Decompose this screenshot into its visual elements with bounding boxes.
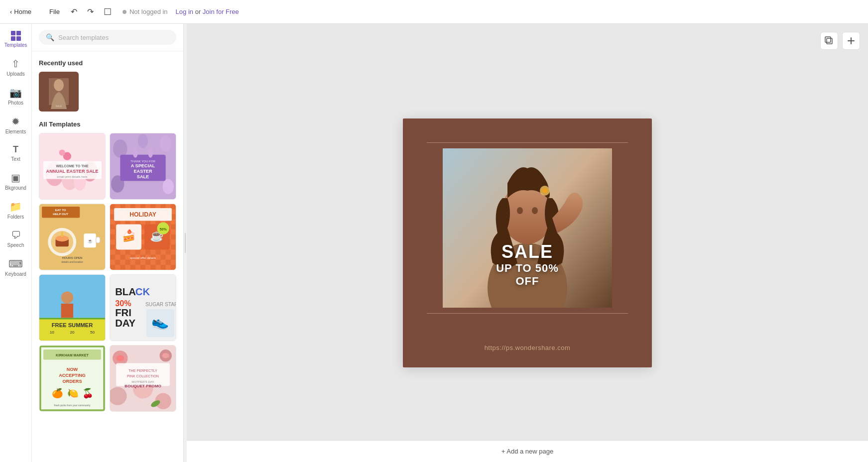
template-card-summer[interactable]: FREE SUMMER 10 20 50 <box>39 274 106 341</box>
template-card-mothers[interactable]: THE PERFECTLY PINK COLLECTION MOTHER'S D… <box>110 345 176 412</box>
svg-text:EAT TO: EAT TO <box>55 208 66 212</box>
sidebar-item-uploads[interactable]: ⇧ Uploads <box>0 53 31 82</box>
sidebar-item-templates[interactable]: Templates <box>0 26 31 53</box>
canvas-card: 2021 Spring Clothes 2021 Spring Clothes <box>403 118 652 367</box>
recent-thumb[interactable]: SALE <box>39 72 79 112</box>
svg-point-59 <box>61 292 73 304</box>
chevron-left-icon: ‹ <box>10 8 12 15</box>
templates-rail-label: Templates <box>4 42 27 48</box>
sidebar-item-bkground[interactable]: ▣ Bkground <box>0 167 31 196</box>
or-label: or <box>195 8 201 15</box>
template-card-eatout[interactable]: EAT TO HELP OUT ☕ HOU <box>39 204 106 270</box>
clipboard-button[interactable]: ☐ <box>101 4 115 19</box>
sidebar-item-keyboard[interactable]: ⌨ Keyboard <box>0 253 31 282</box>
recently-used-section: Recently used SALE <box>39 59 176 112</box>
deco-line-bottom <box>427 313 628 314</box>
svg-text:🍊: 🍊 <box>52 388 63 399</box>
text-rail-label: Text <box>11 156 20 162</box>
template-thumb-market: KIRKHAM MARKET NOW ACCEPTING ORDERS 🍊 🍋 … <box>39 346 105 411</box>
redo-button[interactable]: ↷ <box>84 5 97 18</box>
svg-point-108 <box>517 207 523 214</box>
svg-text:20: 20 <box>70 330 75 335</box>
add-page-label: + Add a new page <box>501 448 553 455</box>
template-card-easter1[interactable]: WELCOME TO THE ANNUAL EASTER SALE small … <box>39 133 106 200</box>
template-thumb-mothers: THE PERFECTLY PINK COLLECTION MOTHER'S D… <box>110 346 176 411</box>
svg-text:HOLIDAY: HOLIDAY <box>129 211 156 218</box>
svg-rect-101 <box>825 37 831 42</box>
svg-text:THANK YOU FOR: THANK YOU FOR <box>130 159 155 163</box>
login-link[interactable]: Log in <box>176 8 193 15</box>
file-menu[interactable]: File <box>45 6 64 17</box>
sidebar-item-speech[interactable]: 🗩 Speech <box>0 225 31 253</box>
search-input-wrap[interactable]: 🔍 <box>39 30 176 45</box>
duplicate-page-button[interactable] <box>820 32 838 50</box>
svg-rect-37 <box>61 232 63 237</box>
keyboard-icon: ⌨ <box>8 258 23 270</box>
svg-text:HOURS OPEN: HOURS OPEN <box>62 256 83 259</box>
photo-icon: 📷 <box>9 87 22 99</box>
svg-text:SUGAR STAR: SUGAR STAR <box>145 302 176 307</box>
template-card-holiday[interactable]: HOLIDAY 🍰 ☕ 50% special offer details <box>110 204 176 270</box>
add-page-button[interactable] <box>842 32 860 50</box>
svg-text:special offer details: special offer details <box>130 256 156 259</box>
svg-text:details and location: details and location <box>61 260 83 263</box>
svg-text:30%: 30% <box>115 299 131 308</box>
main-layout: Templates ⇧ Uploads 📷 Photos ✹ Elements … <box>0 24 868 462</box>
svg-text:FRI: FRI <box>115 307 131 318</box>
add-page-bar[interactable]: + Add a new page <box>187 440 868 462</box>
sidebar-item-photos[interactable]: 📷 Photos <box>0 82 31 111</box>
templates-panel: 🔍 Recently used <box>32 24 184 462</box>
template-thumb-blackfriday: BLA CK 30% SUGAR STAR FRI DAY 👟 <box>110 275 176 341</box>
folders-rail-label: Folders <box>7 214 24 220</box>
svg-text:EASTER: EASTER <box>133 169 152 174</box>
join-link[interactable]: Join for Free <box>203 8 239 15</box>
deco-line-top <box>427 142 628 143</box>
svg-text:ACCEPTING: ACCEPTING <box>59 373 86 378</box>
template-card-blackfriday[interactable]: BLA CK 30% SUGAR STAR FRI DAY 👟 <box>110 274 176 341</box>
sidebar-item-text[interactable]: T Text <box>0 139 31 167</box>
svg-point-21 <box>138 134 148 148</box>
svg-text:KIRKHAM MARKET: KIRKHAM MARKET <box>56 353 89 357</box>
svg-text:fresh picks from your communit: fresh picks from your community <box>54 404 91 407</box>
template-thumb-holiday: HOLIDAY 🍰 ☕ 50% special offer details <box>110 204 176 270</box>
svg-text:BLA: BLA <box>115 286 136 297</box>
svg-rect-100 <box>827 38 832 44</box>
sale-overlay: SALE UP TO 50% OFF <box>485 242 570 288</box>
svg-point-20 <box>163 179 174 194</box>
svg-text:small print details here: small print details here <box>57 175 88 178</box>
canvas-tools <box>820 32 860 50</box>
template-card-easter2[interactable]: THANK YOU FOR A SPECIAL EASTER SALE <box>110 133 176 200</box>
svg-point-111 <box>542 188 547 193</box>
svg-rect-60 <box>61 304 73 318</box>
text-icon: T <box>13 144 18 155</box>
sale-subtitle: UP TO 50% OFF <box>485 262 570 288</box>
svg-text:👟: 👟 <box>151 313 169 331</box>
svg-point-92 <box>116 355 124 361</box>
svg-text:SALE: SALE <box>56 105 62 108</box>
svg-text:A SPECIAL: A SPECIAL <box>131 163 155 168</box>
template-card-market[interactable]: KIRKHAM MARKET NOW ACCEPTING ORDERS 🍊 🍋 … <box>39 345 106 412</box>
template-grid: WELCOME TO THE ANNUAL EASTER SALE small … <box>39 133 176 412</box>
element-icon: ✹ <box>11 116 20 127</box>
photos-rail-label: Photos <box>8 100 23 106</box>
undo-button[interactable]: ↶ <box>68 5 80 18</box>
speech-rail-label: Speech <box>7 242 24 248</box>
home-button[interactable]: ‹ Home <box>6 6 35 17</box>
search-input[interactable] <box>58 34 169 41</box>
speech-icon: 🗩 <box>11 230 21 241</box>
plus-icon <box>847 36 856 45</box>
svg-text:ANNUAL EASTER SALE: ANNUAL EASTER SALE <box>46 169 99 174</box>
recently-used-title: Recently used <box>39 59 176 67</box>
svg-text:SALE: SALE <box>137 174 149 179</box>
svg-text:NOW: NOW <box>67 367 78 372</box>
all-templates-title: All Templates <box>39 120 176 128</box>
sidebar-item-folders[interactable]: 📁 Folders <box>0 196 31 225</box>
sidebar-item-elements[interactable]: ✹ Elements <box>0 111 31 139</box>
photo-frame: SALE UP TO 50% OFF <box>443 148 612 308</box>
svg-text:WELCOME TO THE: WELCOME TO THE <box>56 164 89 168</box>
elements-rail-label: Elements <box>5 129 26 134</box>
sale-title: SALE <box>485 242 570 262</box>
canvas-area: 2021 Spring Clothes 2021 Spring Clothes <box>187 24 868 462</box>
upload-icon: ⇧ <box>11 58 20 70</box>
svg-text:50: 50 <box>90 330 95 335</box>
